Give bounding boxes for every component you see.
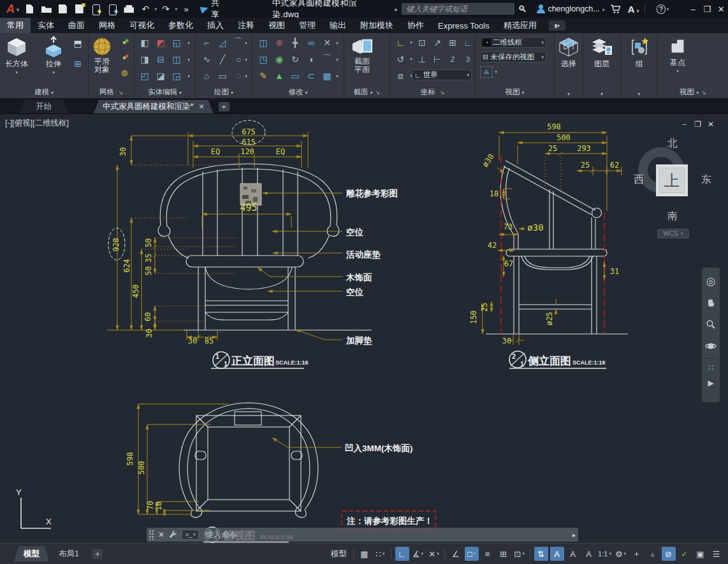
thicken-icon[interactable] <box>153 52 168 67</box>
panel-label-modify[interactable]: 修改 ▾ <box>252 87 344 97</box>
transparency-icon[interactable] <box>497 547 511 561</box>
ucs-axes-icon[interactable]: Y X <box>16 488 52 528</box>
panel-label-view[interactable]: 视图 ▾ <box>476 87 554 97</box>
lineweight-icon[interactable] <box>481 547 495 561</box>
save-as-icon[interactable] <box>73 3 87 15</box>
showmotion-grid-icon[interactable]: ∷ <box>703 360 719 375</box>
file-tab-close-icon[interactable]: ✕ <box>198 103 204 111</box>
tab-addins[interactable]: 附加模块 <box>353 18 400 33</box>
tab-solid[interactable]: 实体 <box>31 18 61 33</box>
ucs-origin-icon[interactable] <box>430 35 445 50</box>
taper-faces-icon[interactable] <box>169 68 184 83</box>
extrude-button[interactable]: 拉伸▾ <box>42 36 65 75</box>
polyline-icon[interactable] <box>199 35 214 50</box>
help-icon[interactable]: ? <box>657 4 666 14</box>
open-from-web-mobile-icon[interactable] <box>89 3 103 15</box>
ucs-object-icon[interactable] <box>430 52 445 67</box>
ucs-face-icon[interactable] <box>414 52 430 67</box>
object-snap-tracking-icon[interactable] <box>449 547 463 561</box>
hardware-acceleration-icon[interactable] <box>662 547 676 561</box>
command-input[interactable]: 键入命令 <box>205 530 237 540</box>
save-icon[interactable] <box>56 3 70 15</box>
ucs-named-icon[interactable] <box>414 35 430 50</box>
union-icon[interactable] <box>137 35 152 50</box>
annotation-autoscale-icon[interactable] <box>582 547 596 561</box>
clean-screen-icon[interactable] <box>694 547 708 561</box>
box-button[interactable]: 长方体▾ <box>5 36 28 75</box>
title-expand-icon[interactable]: ▸ <box>395 6 398 13</box>
zoom-icon[interactable] <box>703 314 719 335</box>
tab-mesh[interactable]: 网格 <box>92 18 122 33</box>
command-line-drag-handle[interactable] <box>149 530 154 540</box>
ucs-3point-icon[interactable] <box>460 52 476 67</box>
grid-display-icon[interactable] <box>358 547 372 561</box>
slice-icon[interactable] <box>153 35 168 50</box>
view-manager-icon[interactable] <box>480 66 493 78</box>
tab-annotate[interactable]: 注释 <box>231 18 261 33</box>
tab-express-tools[interactable]: Express Tools <box>431 18 497 33</box>
group-button[interactable]: 组 <box>628 36 651 69</box>
chamfer-icon[interactable] <box>319 52 335 67</box>
viewport-controls[interactable]: [-][俯视][二维线框] <box>5 118 69 129</box>
ucs-view-icon[interactable] <box>445 35 460 50</box>
layers-button[interactable]: 图层 <box>590 36 613 69</box>
interfere-icon[interactable] <box>153 68 168 83</box>
panel-label-coordinates[interactable]: 坐标 ↘ <box>390 87 475 97</box>
fillet-edge-icon[interactable] <box>256 52 271 67</box>
snap-mode-icon[interactable]: ▾ <box>374 547 388 561</box>
minimize-button[interactable]: – <box>686 4 700 14</box>
showmotion-play-icon[interactable]: ▶ <box>703 375 719 391</box>
undo-icon[interactable] <box>138 3 152 15</box>
panel-label-draw[interactable]: 绘图 ▾ <box>196 87 252 97</box>
workspace-switching-icon[interactable]: ▾ <box>614 547 628 561</box>
drawing-area[interactable]: 675 615 EQ 120 EQ 30 920 624 450 50 35 5… <box>0 113 728 543</box>
search-icon[interactable]: 🔍︎ <box>518 4 527 14</box>
3d-align-icon[interactable] <box>272 35 287 50</box>
mesh-crease-icon[interactable] <box>117 65 132 80</box>
redo-icon[interactable] <box>159 3 173 15</box>
3d-rotate-gizmo-icon[interactable] <box>272 52 287 67</box>
close-button[interactable]: ✕ <box>714 4 728 14</box>
rotate-icon[interactable] <box>288 52 303 67</box>
rectangle-icon[interactable] <box>215 68 230 83</box>
panel-label-mesh[interactable]: 网格 ↘ <box>89 87 134 97</box>
help-dropdown[interactable]: ▾ <box>666 6 669 12</box>
offset-edge-icon[interactable] <box>169 52 184 67</box>
panel-label-selection[interactable]: ▾ <box>555 89 583 97</box>
object-snap-icon[interactable]: ▾ <box>465 547 479 561</box>
app-menu-button[interactable]: A <box>6 3 19 16</box>
viewcube-east[interactable]: 东 <box>699 173 714 187</box>
model-tab[interactable]: 模型 <box>14 546 49 561</box>
mesh-refine-icon[interactable] <box>117 34 132 50</box>
stretch-icon[interactable] <box>288 68 303 83</box>
isometric-drafting-icon[interactable]: ▾ <box>427 547 441 561</box>
isolate-objects-icon[interactable] <box>646 547 660 561</box>
customize-wrench-icon[interactable] <box>168 530 178 540</box>
tab-collaborate[interactable]: 协作 <box>400 18 431 33</box>
tab-featured-apps[interactable]: 精选应用 <box>497 18 544 33</box>
3d-object-snap-icon[interactable]: ▾ <box>513 547 527 561</box>
recent-commands-button[interactable]: >_ <box>182 530 199 540</box>
tab-surface[interactable]: 曲面 <box>61 18 92 33</box>
erase-icon[interactable] <box>256 68 271 83</box>
save-to-web-mobile-icon[interactable] <box>106 3 120 15</box>
tab-insert[interactable]: 插入 <box>200 18 231 33</box>
maximize-button[interactable]: ❒ <box>700 4 714 14</box>
new-file-icon[interactable] <box>23 3 37 15</box>
tab-view[interactable]: 视图 <box>261 18 292 33</box>
named-view-combo[interactable]: ⊟ 未保存的视图 ▾ <box>480 52 546 62</box>
viewcube-south[interactable]: 南 <box>665 210 680 223</box>
tab-output[interactable]: 输出 <box>323 18 353 33</box>
command-line[interactable]: ✕ >_ 键入命令 ▸ <box>147 528 578 542</box>
panel-label-group[interactable]: ▾ <box>621 89 657 97</box>
app-store-cart-icon[interactable] <box>610 4 622 14</box>
selection-button[interactable]: 选择 <box>557 36 580 69</box>
explode-icon[interactable] <box>303 68 319 83</box>
viewcube-north[interactable]: 北 <box>665 137 680 150</box>
undo-dropdown[interactable]: ▾ <box>154 6 157 12</box>
offset-icon[interactable] <box>303 52 319 67</box>
ucs-icon-display-icon[interactable] <box>393 68 408 83</box>
redo-dropdown[interactable]: ▾ <box>175 6 177 12</box>
file-tab-new-icon[interactable]: ＋ <box>219 102 229 112</box>
qat-more-icon[interactable] <box>179 3 193 15</box>
